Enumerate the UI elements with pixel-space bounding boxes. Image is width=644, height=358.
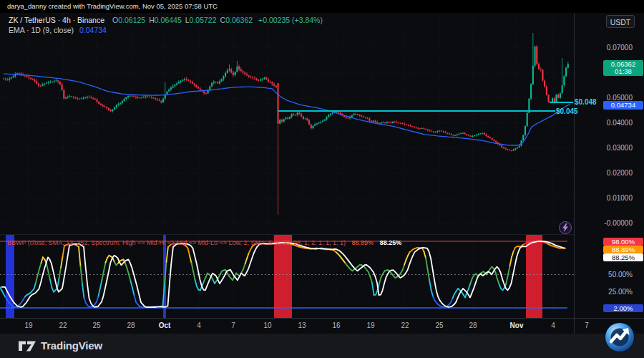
time-tick-label[interactable]: Nov [510,321,524,329]
candle-body [367,118,369,119]
time-tick-label[interactable]: Oct [159,321,171,329]
candle-body [298,112,300,114]
brand-text: TradingView [41,339,102,352]
candle-body [458,134,459,135]
candle-body [19,73,20,74]
candle-body [54,81,55,82]
candle-body [324,120,326,121]
candle-body [252,77,253,78]
candle-body [472,136,473,137]
candle-body [52,82,53,82]
time-tick-label[interactable]: 16 [332,321,340,329]
bbwp-legend[interactable]: BBWP (close, SMA, 13, 252, Spectrum, Hig… [7,239,401,246]
candle-body [186,79,187,79]
time-tick-label[interactable]: 28 [127,321,135,329]
bbwp-tick-label[interactable]: 25.00% [577,288,633,296]
price-tick-label[interactable]: 0.07000 [577,44,633,52]
candle-body [542,70,543,81]
candle-body [396,122,397,122]
candle-body [359,115,361,115]
currency-button[interactable]: USDT [606,15,635,28]
candle-body [517,147,518,148]
candle-body [361,116,362,117]
price-tick-label[interactable]: 0.03000 [577,144,633,153]
candle-body [567,64,569,68]
ohlc-value: 0.05722 [190,16,217,24]
time-tick-label[interactable]: 4 [197,321,201,329]
trendline-price-label[interactable]: $0.048 [575,98,597,106]
candle-body [262,79,263,79]
time-tick-label[interactable]: 4 [551,321,555,329]
candle-body [203,92,205,94]
candle-body [457,135,458,135]
bbwp-tick-label[interactable]: 50.00% [577,271,633,279]
candle-body [145,97,147,97]
candle-body [221,79,223,81]
candle-body [108,108,109,110]
candle-body [94,99,96,100]
bbwp-highlight-bar [274,235,292,318]
lightning-bolt-icon[interactable] [559,221,572,234]
price-tick-label[interactable]: -0.00000 [577,219,633,228]
candle-body [376,122,378,122]
candle-body [283,120,285,122]
price-tick-label[interactable]: 0.02000 [577,169,633,178]
candle-body [452,135,454,135]
candle-body [172,86,174,87]
tradingview-logo-badge[interactable] [604,321,635,353]
candle-body [65,97,67,99]
candle-body [46,83,47,84]
time-tick-label[interactable]: 22 [59,321,67,329]
ema-legend[interactable]: EMA · 1D (9, close) 0.04734 [9,26,107,34]
candle-body [122,101,123,103]
time-tick-label[interactable]: 10 [263,321,271,329]
time-tick-label[interactable]: 19 [24,321,32,329]
candle-body [555,95,557,102]
candle-body [11,77,12,78]
tradingview-wordmark[interactable]: TradingView [19,339,102,352]
price-tick-label[interactable]: 0.01000 [577,194,633,203]
candle-body [246,74,248,75]
candle-body [484,133,485,135]
footer-bar: TradingView [0,334,644,358]
candle-body [293,114,294,115]
candle-body [230,69,232,73]
candle-body [406,125,407,125]
time-tick-label[interactable]: 7 [585,321,589,329]
chart-canvas[interactable] [0,0,644,358]
candle-body [170,87,172,90]
candle-body [32,79,34,79]
candle-body [474,135,475,136]
candle-body [36,81,37,83]
bbwp-level-badge: 88.89% [603,246,643,253]
price-tick-label[interactable]: 0.04000 [577,119,633,127]
time-tick-label[interactable]: 7 [231,321,235,329]
candle-body [316,123,318,124]
candle-body [233,72,234,75]
candle-body [525,126,526,135]
candle-body [160,101,162,102]
candle-body [141,97,142,98]
candle-body [71,96,72,97]
time-tick-label[interactable]: 19 [366,321,374,329]
candle-body [390,122,391,123]
symbol-legend[interactable]: ZK / TetherUS · 4h · BinanceO0.06125H0.0… [9,16,323,24]
candle-body [492,138,493,140]
ohlc-value: 0.06125 [118,16,145,24]
candle-body [318,122,320,123]
time-tick-label[interactable]: 13 [298,321,306,329]
candle-body [328,115,329,117]
candle-body [493,140,494,141]
candle-body [554,98,555,102]
time-tick-label[interactable]: 28 [469,321,477,329]
time-tick-label[interactable]: 22 [401,321,409,329]
candle-body [38,84,39,86]
trendline-price-label[interactable]: $0.045 [556,107,578,115]
candle-body [427,130,429,130]
time-tick-label[interactable]: 25 [435,321,443,329]
candle-body [243,71,244,72]
candle-body [439,131,440,132]
time-tick-label[interactable]: 25 [92,321,100,329]
candle-body [557,95,559,97]
candle-body [260,79,261,80]
